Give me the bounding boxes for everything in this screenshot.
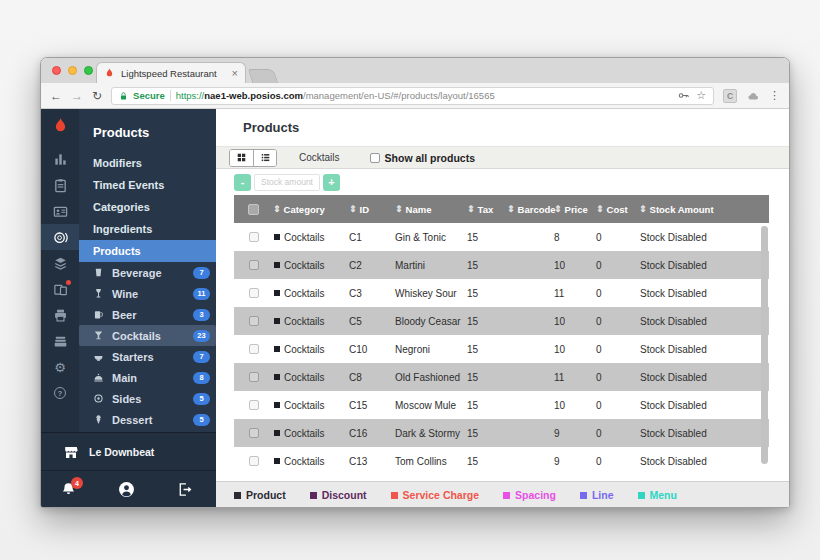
header-cost[interactable]: ⇕Cost	[591, 204, 634, 215]
show-all-checkbox[interactable]	[370, 153, 380, 163]
extension-icon[interactable]: C	[723, 89, 737, 103]
category-item-main[interactable]: Main 8	[79, 367, 216, 388]
table-row[interactable]: Cocktails C1 Gin & Tonic 15 8 0 Stock Di…	[234, 223, 769, 251]
select-all-checkbox[interactable]	[248, 204, 259, 215]
sidebar-item-ingredients[interactable]: Ingredients	[79, 218, 216, 240]
sort-icon[interactable]: ⇕	[596, 204, 604, 214]
sidebar-item-modifiers[interactable]: Modifiers	[79, 152, 216, 174]
header-category[interactable]: ⇕Category	[268, 204, 344, 215]
rail-item-financial[interactable]	[41, 328, 79, 354]
row-checkbox[interactable]	[249, 400, 259, 410]
row-checkbox[interactable]	[249, 456, 259, 466]
rail-item-settings[interactable]: ⚙	[41, 354, 79, 380]
rail-item-products[interactable]	[41, 224, 79, 250]
new-tab-button[interactable]	[248, 69, 279, 83]
row-checkbox[interactable]	[249, 372, 259, 382]
table-row[interactable]: Cocktails C13 Tom Collins 15 9 0 Stock D…	[234, 447, 769, 475]
header-price[interactable]: ⇕Price	[549, 204, 591, 215]
header-tax[interactable]: ⇕Tax	[462, 204, 502, 215]
category-item-dessert[interactable]: Dessert 5	[79, 409, 216, 430]
stock-decrease-button[interactable]: -	[234, 174, 251, 191]
category-item-wine[interactable]: Wine 11	[79, 283, 216, 304]
rail-item-devices[interactable]	[41, 276, 79, 302]
sides-icon	[93, 393, 104, 404]
cell-cost: 0	[591, 288, 634, 299]
cell-category: Cocktails	[284, 400, 325, 411]
sort-icon[interactable]: ⇕	[507, 204, 515, 214]
cell-tax: 15	[462, 400, 502, 411]
category-item-beverage[interactable]: Beverage 7	[79, 262, 216, 283]
stock-amount-input[interactable]	[254, 174, 320, 191]
rail-item-inventory[interactable]	[41, 250, 79, 276]
rail-item-reports[interactable]	[41, 146, 79, 172]
minimize-window-button[interactable]	[68, 66, 77, 75]
header-barcode[interactable]: ⇕Barcode	[502, 204, 549, 215]
rail-item-register[interactable]	[41, 172, 79, 198]
browser-menu-icon[interactable]: ⋮	[769, 89, 780, 102]
product-type-swatch	[274, 430, 280, 436]
table-scrollbar[interactable]	[761, 226, 768, 464]
category-item-beer[interactable]: Beer 3	[79, 304, 216, 325]
rail-item-help[interactable]: ?	[41, 380, 79, 406]
table-row[interactable]: Cocktails C3 Whiskey Sour 15 11 0 Stock …	[234, 279, 769, 307]
zoom-window-button[interactable]	[84, 66, 93, 75]
sidebar-item-timed-events[interactable]: Timed Events	[79, 174, 216, 196]
sort-icon[interactable]: ⇕	[395, 204, 403, 214]
rail-item-printing[interactable]	[41, 302, 79, 328]
sort-icon[interactable]: ⇕	[467, 204, 475, 214]
row-checkbox[interactable]	[249, 288, 259, 298]
cloud-extension-icon[interactable]	[746, 90, 760, 102]
table-row[interactable]: Cocktails C2 Martini 15 10 0 Stock Disab…	[234, 251, 769, 279]
table-row[interactable]: Cocktails C5 Bloody Ceasar 15 10 0 Stock…	[234, 307, 769, 335]
header-id[interactable]: ⇕ID	[344, 204, 390, 215]
header-name[interactable]: ⇕Name	[390, 204, 462, 215]
sort-icon[interactable]: ⇕	[639, 204, 647, 214]
list-view-button[interactable]	[253, 150, 276, 166]
bookmark-star-icon[interactable]: ☆	[696, 90, 706, 101]
row-checkbox[interactable]	[249, 428, 259, 438]
business-switcher[interactable]: Le Downbeat	[41, 433, 216, 471]
table-row[interactable]: Cocktails C8 Old Fashioned 15 11 0 Stock…	[234, 363, 769, 391]
table-row[interactable]: Cocktails C15 Moscow Mule 15 10 0 Stock …	[234, 391, 769, 419]
account-icon[interactable]	[118, 481, 135, 498]
sort-icon[interactable]: ⇕	[349, 204, 357, 214]
sort-icon[interactable]: ⇕	[554, 204, 562, 214]
cell-id: C15	[344, 400, 390, 411]
rail-item-customers[interactable]	[41, 198, 79, 224]
cell-price: 10	[549, 344, 591, 355]
sort-icon[interactable]: ⇕	[273, 204, 281, 214]
table-row[interactable]: Cocktails C16 Dark & Stormy 15 9 0 Stock…	[234, 419, 769, 447]
back-icon[interactable]: ←	[50, 90, 62, 102]
browser-tab[interactable]: Lightspeed Restaurant ×	[96, 62, 246, 83]
devices-icon	[53, 282, 68, 297]
legend-item-product: Product	[234, 489, 286, 501]
row-checkbox[interactable]	[249, 316, 259, 326]
cell-category: Cocktails	[284, 456, 325, 467]
sidebar-item-products[interactable]: Products	[79, 240, 216, 262]
category-item-sides[interactable]: Sides 5	[79, 388, 216, 409]
row-checkbox[interactable]	[249, 232, 259, 242]
header-stock-amount[interactable]: ⇕Stock Amount	[634, 204, 769, 215]
category-item-starters[interactable]: Starters 7	[79, 346, 216, 367]
address-bar[interactable]: Secure https://nae1-web.posios.com/manag…	[111, 87, 714, 105]
stock-increase-button[interactable]: +	[323, 174, 340, 191]
row-checkbox[interactable]	[249, 260, 259, 270]
sidebar-item-categories[interactable]: Categories	[79, 196, 216, 218]
logout-icon[interactable]	[177, 482, 192, 497]
grid-view-button[interactable]	[230, 150, 253, 166]
cell-name: Dark & Stormy	[390, 428, 462, 439]
show-all-products-toggle[interactable]: Show all products	[370, 152, 475, 164]
close-window-button[interactable]	[52, 66, 61, 75]
cell-id: C3	[344, 288, 390, 299]
cell-name: Negroni	[390, 344, 462, 355]
row-checkbox[interactable]	[249, 344, 259, 354]
key-icon[interactable]	[678, 90, 689, 101]
category-filter-label[interactable]: Cocktails	[299, 152, 340, 163]
tab-close-icon[interactable]: ×	[232, 68, 238, 79]
category-item-cocktails[interactable]: Cocktails 23	[79, 325, 216, 346]
reload-icon[interactable]: ↻	[92, 90, 102, 102]
forward-icon[interactable]: →	[71, 90, 83, 102]
table-row[interactable]: Cocktails C10 Negroni 15 10 0 Stock Disa…	[234, 335, 769, 363]
notifications-button[interactable]: 4	[61, 482, 76, 497]
header-select-all[interactable]	[234, 204, 268, 215]
